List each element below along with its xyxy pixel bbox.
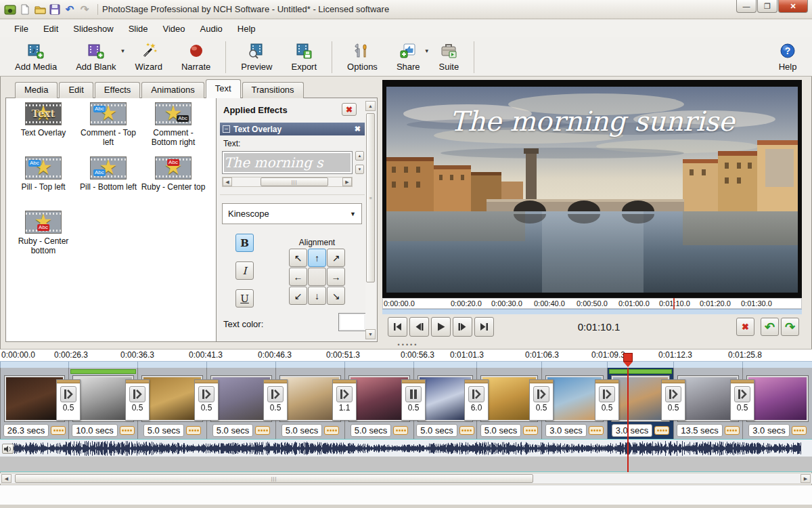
- preset-ruby-center-bottom[interactable]: ★AbcRuby - Center bottom: [11, 211, 76, 255]
- scrollbar-thumb[interactable]: |||: [15, 474, 533, 483]
- scroll-left-icon[interactable]: ◀: [223, 177, 232, 186]
- suite-button[interactable]: Suite: [430, 39, 469, 76]
- preview-button[interactable]: Preview: [231, 39, 281, 76]
- redo-icon[interactable]: ↷: [78, 3, 91, 16]
- new-project-icon[interactable]: [19, 3, 31, 16]
- slide-thumbnail[interactable]: [211, 376, 271, 421]
- transition-9[interactable]: 0.5: [595, 379, 619, 421]
- menu-slideshow[interactable]: Slideshow: [66, 21, 120, 37]
- preset-comment-top-left[interactable]: ★AbcComment - Top left: [76, 102, 141, 147]
- preset-comment-bottom-right[interactable]: ★AbcComment - Bottom right: [141, 102, 206, 147]
- slide-thumbnail[interactable]: [73, 376, 133, 421]
- tab-text[interactable]: Text: [206, 79, 241, 98]
- add-blank-button[interactable]: Add Blank▼: [66, 39, 125, 76]
- preset-thumbnail[interactable]: ★Abc: [25, 211, 62, 234]
- preview-seek-bar[interactable]: 0:00:00.00:00:20.00:00:30.00:00:40.00:00…: [382, 298, 802, 309]
- preview-seek-strip[interactable]: [382, 309, 802, 314]
- duration-adjust-button[interactable]: [589, 426, 604, 435]
- bold-button[interactable]: B: [235, 234, 254, 252]
- preset-thumbnail[interactable]: ★Abc: [90, 102, 127, 125]
- play-button[interactable]: [431, 317, 451, 337]
- add-media-button[interactable]: ♪Add Media: [5, 39, 66, 76]
- tab-media[interactable]: Media: [15, 82, 58, 98]
- rotate-cw-button[interactable]: ↷: [781, 318, 799, 336]
- duration-adjust-button[interactable]: [654, 426, 669, 435]
- transition-8[interactable]: 0.5: [529, 379, 554, 421]
- options-button[interactable]: Options: [338, 39, 387, 76]
- slide-thumbnail[interactable]: [142, 376, 202, 421]
- align-up-left-icon[interactable]: ↖: [289, 249, 307, 267]
- align-left-icon[interactable]: ←: [289, 268, 307, 286]
- share-button[interactable]: Share▼: [387, 39, 430, 76]
- preset-ruby-center-top[interactable]: ★AbcRuby - Center top: [141, 156, 206, 192]
- open-project-icon[interactable]: [34, 3, 46, 16]
- text-overlay-section-header[interactable]: – Text Overlay ✖: [220, 123, 365, 135]
- narrate-button[interactable]: Narrate: [172, 39, 220, 76]
- slide-thumbnail[interactable]: [678, 376, 738, 421]
- transition-2[interactable]: 0.5: [125, 379, 150, 421]
- menu-slide[interactable]: Slide: [121, 21, 156, 37]
- preset-thumbnail[interactable]: ★Abc: [155, 156, 191, 179]
- text-color-swatch[interactable]: [338, 313, 366, 331]
- transition-7[interactable]: 6.0: [464, 379, 489, 421]
- italic-button[interactable]: I: [235, 261, 254, 280]
- maximize-button[interactable]: ❐: [757, 0, 777, 13]
- tab-effects[interactable]: Effects: [95, 82, 141, 98]
- tab-edit[interactable]: Edit: [59, 82, 93, 98]
- slide-thumbnail[interactable]: [747, 376, 808, 421]
- menu-video[interactable]: Video: [156, 21, 193, 37]
- scroll-right-icon[interactable]: ▶: [342, 177, 352, 186]
- preset-thumbnail[interactable]: ★Abc: [90, 156, 127, 179]
- duration-adjust-button[interactable]: [459, 426, 474, 435]
- save-project-icon[interactable]: [49, 3, 61, 16]
- menu-help[interactable]: Help: [230, 21, 263, 37]
- empty-track[interactable]: [0, 457, 812, 472]
- slide-thumbnail[interactable]: [349, 376, 409, 421]
- text-input[interactable]: The morning s: [222, 151, 353, 174]
- undo-icon[interactable]: ↶: [64, 3, 76, 16]
- font-dropdown[interactable]: Kinescope ▼: [222, 203, 362, 224]
- underline-button[interactable]: U: [235, 289, 254, 308]
- duration-adjust-button[interactable]: [255, 426, 270, 435]
- scrollbar-thumb[interactable]: ≡: [366, 113, 375, 282]
- align-center[interactable]: [308, 268, 326, 286]
- minimize-button[interactable]: —: [736, 0, 757, 13]
- step-forward-button[interactable]: [453, 317, 472, 337]
- preset-thumbnail[interactable]: ★Text: [25, 102, 62, 125]
- duration-adjust-button[interactable]: [120, 426, 135, 435]
- duration-adjust-button[interactable]: [725, 426, 740, 435]
- align-right-icon[interactable]: →: [327, 268, 345, 286]
- collapse-section-icon[interactable]: –: [223, 125, 230, 133]
- close-button[interactable]: ✕: [778, 0, 808, 13]
- duration-adjust-button[interactable]: [186, 426, 201, 435]
- scroll-right-icon[interactable]: ▶: [800, 474, 811, 483]
- wizard-button[interactable]: ★★★Wizard: [125, 39, 171, 76]
- export-button[interactable]: Export: [281, 39, 326, 76]
- remove-effect-button[interactable]: ✖: [342, 103, 357, 116]
- preset-text-overlay[interactable]: ★TextText Overlay: [11, 102, 76, 137]
- align-down-left-icon[interactable]: ↙: [289, 287, 307, 305]
- rotate-ccw-button[interactable]: ↶: [761, 318, 779, 336]
- transition-10[interactable]: 0.5: [661, 379, 685, 421]
- speaker-icon[interactable]: [2, 444, 14, 454]
- transition-11[interactable]: 0.5: [730, 379, 754, 421]
- menu-file[interactable]: File: [7, 21, 36, 37]
- align-down-right-icon[interactable]: ↘: [327, 287, 345, 305]
- duration-adjust-button[interactable]: [51, 426, 66, 435]
- duration-adjust-button[interactable]: [792, 426, 807, 435]
- transition-1[interactable]: 0.5: [56, 379, 81, 421]
- step-back-button[interactable]: [409, 317, 429, 337]
- scrollbar-thumb[interactable]: |||: [261, 177, 328, 186]
- audio-track[interactable]: [0, 439, 812, 457]
- delete-button[interactable]: ✖: [736, 318, 754, 336]
- transition-5[interactable]: 1.1: [332, 379, 357, 421]
- go-start-button[interactable]: [388, 317, 407, 337]
- align-up-icon[interactable]: ↑: [308, 249, 326, 267]
- timeline-ruler-strip[interactable]: [0, 361, 812, 368]
- scroll-left-icon[interactable]: ◀: [1, 474, 12, 483]
- tab-transitions[interactable]: Transitions: [242, 82, 304, 98]
- preset-thumbnail[interactable]: ★Abc: [155, 102, 191, 125]
- tab-animations[interactable]: Animations: [141, 82, 204, 98]
- slide-thumbnail[interactable]: [5, 376, 64, 421]
- menu-edit[interactable]: Edit: [36, 21, 66, 37]
